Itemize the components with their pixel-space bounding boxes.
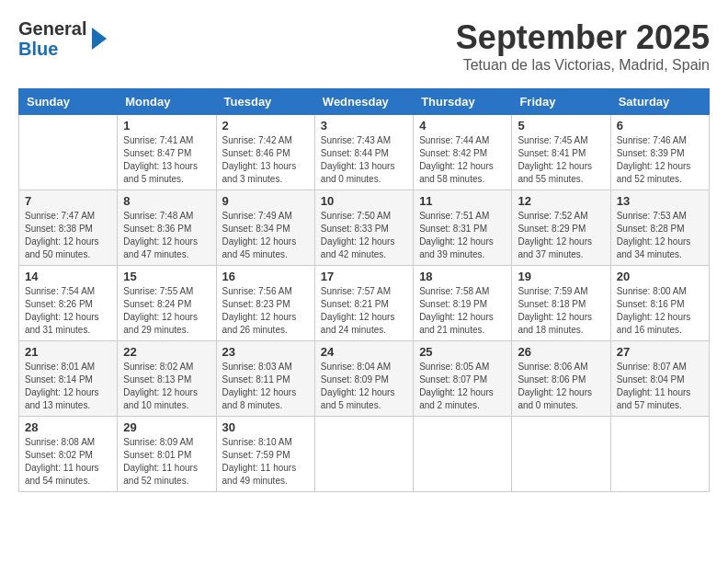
calendar-cell: 4Sunrise: 7:44 AMSunset: 8:42 PMDaylight… xyxy=(414,115,512,190)
day-info: Sunrise: 8:00 AMSunset: 8:16 PMDaylight:… xyxy=(617,285,703,337)
calendar-cell: 30Sunrise: 8:10 AMSunset: 7:59 PMDayligh… xyxy=(216,417,314,492)
day-info: Sunrise: 7:49 AMSunset: 8:34 PMDaylight:… xyxy=(222,210,309,261)
weekday-header: Thursday xyxy=(414,89,512,115)
day-number: 22 xyxy=(123,345,210,359)
day-number: 25 xyxy=(419,345,506,359)
month-title: September 2025 xyxy=(456,18,710,57)
day-info: Sunrise: 7:44 AMSunset: 8:42 PMDaylight:… xyxy=(419,134,506,186)
calendar-cell: 23Sunrise: 8:03 AMSunset: 8:11 PMDayligh… xyxy=(216,341,314,417)
day-info: Sunrise: 8:02 AMSunset: 8:13 PMDaylight:… xyxy=(123,361,210,412)
calendar-cell: 22Sunrise: 8:02 AMSunset: 8:13 PMDayligh… xyxy=(118,341,216,417)
day-number: 14 xyxy=(25,270,111,283)
day-number: 16 xyxy=(222,270,309,283)
calendar-cell: 12Sunrise: 7:52 AMSunset: 8:29 PMDayligh… xyxy=(512,190,610,266)
calendar-cell: 15Sunrise: 7:55 AMSunset: 8:24 PMDayligh… xyxy=(118,266,216,341)
day-number: 17 xyxy=(321,270,407,283)
day-number: 1 xyxy=(123,119,210,132)
day-info: Sunrise: 7:54 AMSunset: 8:26 PMDaylight:… xyxy=(25,285,111,337)
day-info: Sunrise: 7:45 AMSunset: 8:41 PMDaylight:… xyxy=(518,134,604,186)
calendar-table: SundayMondayTuesdayWednesdayThursdayFrid… xyxy=(18,88,710,492)
day-info: Sunrise: 7:55 AMSunset: 8:24 PMDaylight:… xyxy=(123,285,210,337)
calendar-week-row: 14Sunrise: 7:54 AMSunset: 8:26 PMDayligh… xyxy=(19,266,710,341)
day-info: Sunrise: 7:58 AMSunset: 8:19 PMDaylight:… xyxy=(419,285,506,337)
weekday-header: Saturday xyxy=(610,89,709,115)
day-number: 23 xyxy=(222,345,309,359)
day-number: 8 xyxy=(123,194,210,208)
calendar-week-row: 28Sunrise: 8:08 AMSunset: 8:02 PMDayligh… xyxy=(19,417,710,492)
day-number: 2 xyxy=(222,119,309,132)
calendar-cell: 17Sunrise: 7:57 AMSunset: 8:21 PMDayligh… xyxy=(314,266,413,341)
day-number: 12 xyxy=(518,194,604,208)
day-number: 13 xyxy=(617,194,703,208)
day-info: Sunrise: 7:53 AMSunset: 8:28 PMDaylight:… xyxy=(617,210,703,261)
logo: General Blue xyxy=(18,18,110,59)
calendar-cell: 9Sunrise: 7:49 AMSunset: 8:34 PMDaylight… xyxy=(216,190,314,266)
calendar-cell: 8Sunrise: 7:48 AMSunset: 8:36 PMDaylight… xyxy=(118,190,216,266)
calendar-cell: 11Sunrise: 7:51 AMSunset: 8:31 PMDayligh… xyxy=(414,190,512,266)
weekday-header: Wednesday xyxy=(314,89,413,115)
day-number: 7 xyxy=(25,194,111,208)
day-info: Sunrise: 8:09 AMSunset: 8:01 PMDaylight:… xyxy=(123,436,210,488)
location-subtitle: Tetuan de las Victorias, Madrid, Spain xyxy=(456,57,710,74)
day-number: 30 xyxy=(222,420,309,434)
calendar-cell: 16Sunrise: 7:56 AMSunset: 8:23 PMDayligh… xyxy=(216,266,314,341)
day-info: Sunrise: 7:57 AMSunset: 8:21 PMDaylight:… xyxy=(321,285,407,337)
calendar-cell: 24Sunrise: 8:04 AMSunset: 8:09 PMDayligh… xyxy=(314,341,413,417)
day-number: 3 xyxy=(321,119,407,132)
logo-text-blue: Blue xyxy=(18,39,86,59)
calendar-cell: 14Sunrise: 7:54 AMSunset: 8:26 PMDayligh… xyxy=(19,266,118,341)
day-info: Sunrise: 7:59 AMSunset: 8:18 PMDaylight:… xyxy=(518,285,604,337)
day-number: 11 xyxy=(419,194,506,208)
day-info: Sunrise: 8:08 AMSunset: 8:02 PMDaylight:… xyxy=(25,436,111,488)
calendar-cell: 21Sunrise: 8:01 AMSunset: 8:14 PMDayligh… xyxy=(19,341,118,417)
calendar-cell: 26Sunrise: 8:06 AMSunset: 8:06 PMDayligh… xyxy=(512,341,610,417)
calendar-week-row: 7Sunrise: 7:47 AMSunset: 8:38 PMDaylight… xyxy=(19,190,710,266)
weekday-header: Friday xyxy=(512,89,610,115)
day-info: Sunrise: 8:07 AMSunset: 8:04 PMDaylight:… xyxy=(617,361,703,412)
calendar-week-row: 1Sunrise: 7:41 AMSunset: 8:47 PMDaylight… xyxy=(19,115,710,190)
day-info: Sunrise: 8:04 AMSunset: 8:09 PMDaylight:… xyxy=(321,361,407,412)
weekday-header: Monday xyxy=(118,89,216,115)
day-info: Sunrise: 8:06 AMSunset: 8:06 PMDaylight:… xyxy=(518,361,604,412)
day-info: Sunrise: 7:46 AMSunset: 8:39 PMDaylight:… xyxy=(617,134,703,186)
day-number: 6 xyxy=(617,119,703,132)
day-info: Sunrise: 7:52 AMSunset: 8:29 PMDaylight:… xyxy=(518,210,604,261)
calendar-cell: 7Sunrise: 7:47 AMSunset: 8:38 PMDaylight… xyxy=(19,190,118,266)
calendar-cell: 18Sunrise: 7:58 AMSunset: 8:19 PMDayligh… xyxy=(414,266,512,341)
weekday-header-row: SundayMondayTuesdayWednesdayThursdayFrid… xyxy=(19,89,710,115)
day-number: 15 xyxy=(123,270,210,283)
calendar-cell: 19Sunrise: 7:59 AMSunset: 8:18 PMDayligh… xyxy=(512,266,610,341)
day-number: 10 xyxy=(321,194,407,208)
calendar-cell: 29Sunrise: 8:09 AMSunset: 8:01 PMDayligh… xyxy=(118,417,216,492)
title-area: September 2025 Tetuan de las Victorias, … xyxy=(456,18,710,74)
day-info: Sunrise: 7:48 AMSunset: 8:36 PMDaylight:… xyxy=(123,210,210,261)
day-number: 27 xyxy=(617,345,703,359)
day-number: 4 xyxy=(419,119,506,132)
calendar-cell xyxy=(19,115,118,190)
day-info: Sunrise: 7:51 AMSunset: 8:31 PMDaylight:… xyxy=(419,210,506,261)
weekday-header: Sunday xyxy=(19,89,118,115)
calendar-cell: 10Sunrise: 7:50 AMSunset: 8:33 PMDayligh… xyxy=(314,190,413,266)
logo-text-general: General xyxy=(18,18,86,39)
day-info: Sunrise: 7:56 AMSunset: 8:23 PMDaylight:… xyxy=(222,285,309,337)
day-number: 21 xyxy=(25,345,111,359)
header: General Blue September 2025 Tetuan de la… xyxy=(18,18,710,74)
calendar-cell xyxy=(414,417,512,492)
day-number: 5 xyxy=(518,119,604,132)
calendar-cell xyxy=(512,417,610,492)
calendar-cell xyxy=(610,417,709,492)
day-info: Sunrise: 7:50 AMSunset: 8:33 PMDaylight:… xyxy=(321,210,407,261)
day-number: 19 xyxy=(518,270,604,283)
svg-marker-0 xyxy=(92,28,107,50)
calendar-cell: 2Sunrise: 7:42 AMSunset: 8:46 PMDaylight… xyxy=(216,115,314,190)
calendar-cell: 1Sunrise: 7:41 AMSunset: 8:47 PMDaylight… xyxy=(118,115,216,190)
logo-arrow-icon xyxy=(88,24,110,53)
day-info: Sunrise: 7:42 AMSunset: 8:46 PMDaylight:… xyxy=(222,134,309,186)
day-number: 9 xyxy=(222,194,309,208)
calendar-week-row: 21Sunrise: 8:01 AMSunset: 8:14 PMDayligh… xyxy=(19,341,710,417)
day-info: Sunrise: 8:03 AMSunset: 8:11 PMDaylight:… xyxy=(222,361,309,412)
calendar-cell: 3Sunrise: 7:43 AMSunset: 8:44 PMDaylight… xyxy=(314,115,413,190)
day-number: 24 xyxy=(321,345,407,359)
day-number: 20 xyxy=(617,270,703,283)
day-info: Sunrise: 7:43 AMSunset: 8:44 PMDaylight:… xyxy=(321,134,407,186)
